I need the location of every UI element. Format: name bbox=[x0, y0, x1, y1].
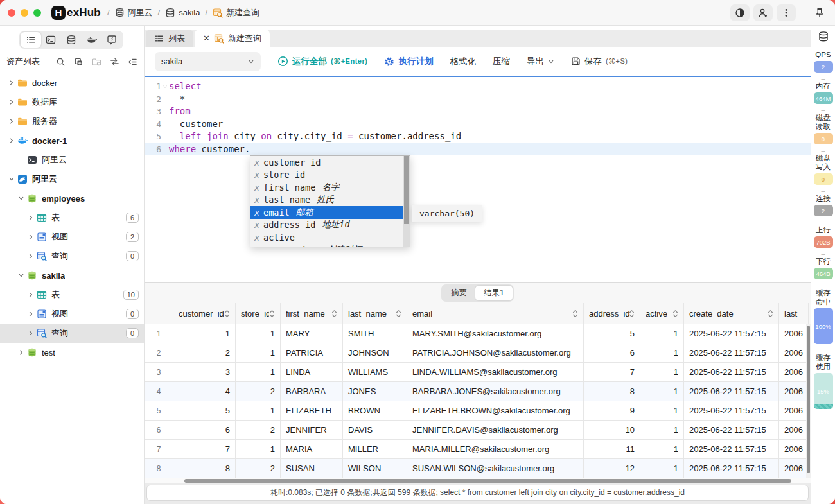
grid-cell[interactable]: 1 bbox=[640, 421, 684, 439]
grid-cell[interactable]: 12 bbox=[584, 459, 640, 478]
grid-cell[interactable]: 1 bbox=[236, 363, 281, 381]
grid-cell[interactable]: LINDA.WILLIAMS@sakilacustomer.org bbox=[407, 363, 584, 381]
grid-cell[interactable]: PATRICIA bbox=[281, 343, 343, 362]
grid-cell[interactable]: 2 bbox=[236, 459, 281, 478]
row-number-cell[interactable]: 7 bbox=[145, 440, 173, 458]
editor-line[interactable]: 5 left join city on city.city_id = custo… bbox=[145, 130, 811, 143]
grid-cell[interactable]: 1 bbox=[236, 401, 281, 420]
theme-toggle-button[interactable] bbox=[730, 4, 750, 21]
grid-cell[interactable]: ELIZABETH.BROWN@sakilacustomer.org bbox=[407, 401, 584, 420]
grid-cell[interactable]: 6 bbox=[173, 421, 236, 439]
folder-off-icon[interactable] bbox=[92, 57, 101, 67]
tree-item-docker[interactable]: docker bbox=[0, 73, 144, 92]
editor-line[interactable]: 6 where customer. bbox=[145, 143, 811, 156]
autocomplete-item-active[interactable]: x active bbox=[251, 231, 410, 244]
minimize-window-button[interactable] bbox=[21, 9, 28, 17]
horizontal-scrollbar[interactable] bbox=[145, 478, 811, 483]
grid-cell[interactable]: BARBARA bbox=[281, 382, 343, 401]
grid-cell[interactable]: 2025-06-22 11:57:15 bbox=[684, 421, 779, 439]
column-header-store_id[interactable]: store_id bbox=[236, 303, 281, 324]
tree-item-阿里云[interactable]: 阿里云 bbox=[0, 150, 144, 169]
grid-cell[interactable]: 1 bbox=[173, 324, 236, 343]
grid-cell[interactable]: 2006 bbox=[779, 382, 809, 401]
autocomplete-item-last_name[interactable]: x last_name 姓氏 bbox=[251, 194, 410, 207]
autocomplete-item-customer_id[interactable]: x customer_id bbox=[251, 156, 410, 169]
autocomplete-item-store_id[interactable]: x store_id bbox=[251, 169, 410, 182]
grid-cell[interactable]: LINDA bbox=[281, 363, 343, 381]
grid-cell[interactable]: 1 bbox=[640, 440, 684, 458]
grid-cell[interactable]: 7 bbox=[584, 363, 640, 381]
tree-item-表[interactable]: 表 6 bbox=[0, 208, 144, 227]
grid-cell[interactable]: MARIA bbox=[281, 440, 343, 458]
grid-cell[interactable]: BARBARA.JONES@sakilacustomer.org bbox=[407, 382, 584, 401]
grid-cell[interactable]: 2025-06-22 11:57:15 bbox=[684, 363, 779, 381]
grid-cell[interactable]: DAVIS bbox=[343, 421, 407, 439]
column-header-rownum[interactable] bbox=[145, 303, 173, 324]
close-tab-icon[interactable]: ✕ bbox=[203, 33, 210, 43]
grid-cell[interactable]: WILLIAMS bbox=[343, 363, 407, 381]
row-number-cell[interactable]: 8 bbox=[145, 459, 173, 478]
grid-cell[interactable]: 2025-06-22 11:57:15 bbox=[684, 382, 779, 401]
tree-chevron-icon[interactable] bbox=[26, 311, 36, 317]
grid-cell[interactable]: JENNIFER bbox=[281, 421, 343, 439]
grid-cell[interactable]: 2006 bbox=[779, 324, 809, 343]
tree-item-sakila[interactable]: sakila bbox=[0, 266, 144, 285]
tree-chevron-icon[interactable] bbox=[6, 118, 17, 125]
row-number-cell[interactable]: 1 bbox=[145, 324, 173, 343]
grid-cell[interactable]: 2006 bbox=[779, 459, 809, 478]
database-selector[interactable]: sakila bbox=[155, 52, 261, 71]
column-header-active[interactable]: active bbox=[640, 303, 684, 324]
grid-cell[interactable]: 2006 bbox=[779, 440, 809, 458]
more-menu-button[interactable] bbox=[777, 4, 796, 21]
results-tab-摘要[interactable]: 摘要 bbox=[443, 286, 475, 300]
grid-cell[interactable]: JENNIFER.DAVIS@sakilacustomer.org bbox=[407, 421, 584, 439]
grid-cell[interactable]: WILSON bbox=[343, 459, 407, 478]
grid-cell[interactable]: 2006 bbox=[779, 401, 809, 420]
link-icon[interactable] bbox=[110, 57, 119, 67]
tree-chevron-icon[interactable] bbox=[26, 253, 36, 259]
grid-cell[interactable]: 11 bbox=[584, 440, 640, 458]
grid-cell[interactable]: 5 bbox=[173, 401, 236, 420]
grid-cell[interactable]: 2025-06-22 11:57:15 bbox=[684, 401, 779, 420]
grid-cell[interactable]: JONES bbox=[343, 382, 407, 401]
user-button[interactable] bbox=[753, 4, 773, 21]
save-button[interactable]: 保存 (⌘+S) bbox=[571, 56, 628, 67]
autocomplete-item-address_id[interactable]: x address_id 地址id bbox=[251, 219, 410, 232]
grid-cell[interactable]: JOHNSON bbox=[343, 343, 407, 362]
column-header-last_name[interactable]: last_name bbox=[343, 303, 407, 324]
grid-cell[interactable]: 3 bbox=[173, 363, 236, 381]
metrics-database-icon[interactable] bbox=[811, 31, 835, 42]
search-icon[interactable] bbox=[56, 57, 66, 67]
column-header-create_date[interactable]: create_date bbox=[684, 303, 779, 324]
grid-cell[interactable]: 1 bbox=[640, 459, 684, 478]
grid-cell[interactable]: PATRICIA.JOHNSON@sakilacustomer.org bbox=[407, 343, 584, 362]
grid-cell[interactable]: 7 bbox=[173, 440, 236, 458]
export-button[interactable]: 导出 bbox=[527, 56, 554, 67]
editor-line[interactable]: 2 * bbox=[145, 93, 811, 106]
tab-列表[interactable]: 列表 bbox=[146, 30, 193, 47]
results-tab-结果1[interactable]: 结果1 bbox=[475, 286, 513, 300]
nav-terminal-button[interactable] bbox=[41, 32, 62, 48]
grid-cell[interactable]: SUSAN bbox=[281, 459, 343, 478]
grid-cell[interactable]: 8 bbox=[584, 382, 640, 401]
grid-cell[interactable]: MARIA.MILLER@sakilacustomer.org bbox=[407, 440, 584, 458]
tree-item-服务器[interactable]: 服务器 bbox=[0, 112, 144, 131]
tree-item-表[interactable]: 表 10 bbox=[0, 285, 144, 304]
grid-cell[interactable]: SUSAN.WILSON@sakilacustomer.org bbox=[407, 459, 584, 478]
grid-cell[interactable]: 2025-06-22 11:57:15 bbox=[684, 459, 779, 478]
breadcrumb-item[interactable]: 新建查询 bbox=[213, 7, 259, 19]
row-number-cell[interactable]: 2 bbox=[145, 343, 173, 362]
tree-chevron-icon[interactable] bbox=[6, 99, 17, 105]
row-number-cell[interactable]: 3 bbox=[145, 363, 173, 381]
tree-item-数据库[interactable]: 数据库 bbox=[0, 92, 144, 112]
tree-chevron-icon[interactable] bbox=[26, 291, 36, 298]
column-header-email[interactable]: email bbox=[407, 303, 584, 324]
column-header-address_id[interactable]: address_id bbox=[584, 303, 640, 324]
fold-icon[interactable] bbox=[161, 80, 169, 93]
tree-item-查询[interactable]: 查询 0 bbox=[0, 247, 144, 266]
grid-cell[interactable]: 1 bbox=[236, 324, 281, 343]
tree-chevron-icon[interactable] bbox=[16, 349, 26, 356]
tree-chevron-icon[interactable] bbox=[6, 80, 17, 86]
tree-chevron-icon[interactable] bbox=[16, 272, 26, 279]
horizontal-scrollbar-thumb[interactable] bbox=[184, 479, 791, 483]
